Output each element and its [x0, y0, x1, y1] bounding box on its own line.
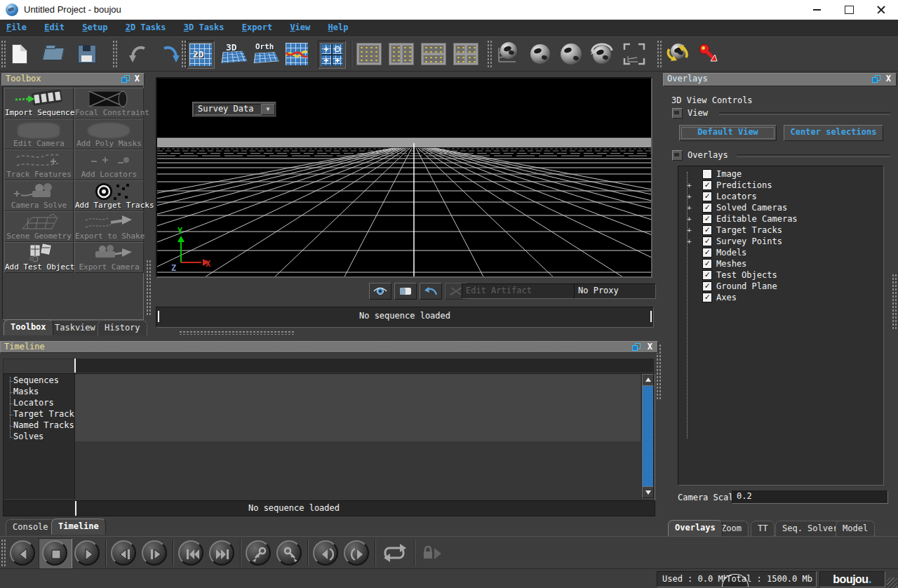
view-graph-button[interactable]: [283, 41, 310, 67]
toolbox-button-scene-geometry[interactable]: Scene Geometry: [4, 211, 74, 242]
camera-view-tool-button[interactable]: [495, 41, 521, 67]
overlay-checkbox-test-objects[interactable]: [702, 270, 712, 280]
menu-2d-tasks[interactable]: 2D Tasks: [126, 22, 166, 32]
proxy-status-field[interactable]: No Proxy: [574, 283, 656, 299]
toolbox-button-add-test-objects[interactable]: Add Test Objects: [4, 242, 74, 273]
toolbox-restore-icon[interactable]: [121, 75, 129, 82]
toolbar-group-handle[interactable]: [112, 40, 117, 68]
scroll-up-button[interactable]: [642, 374, 654, 386]
loop-button[interactable]: [382, 542, 408, 563]
timeline-tree-sequences[interactable]: Sequences: [13, 375, 59, 387]
menu-export[interactable]: Export: [242, 22, 272, 32]
toolbar-group-handle-4[interactable]: [657, 40, 662, 68]
menu-3d-tasks[interactable]: 3D Tasks: [184, 22, 224, 32]
overlay-checkbox-ground-plane[interactable]: [702, 281, 712, 291]
view-2d-button[interactable]: 2D: [187, 41, 215, 69]
tab-overlays[interactable]: Overlays: [668, 520, 723, 536]
stop-button[interactable]: [42, 540, 67, 566]
timeline-tree-solves[interactable]: Solves: [13, 432, 43, 443]
toolbox-button-import-sequence[interactable]: Import Sequence: [4, 88, 74, 119]
play-reverse-button[interactable]: [10, 540, 35, 566]
layout-two-horizontal-button[interactable]: [421, 41, 446, 67]
viewport-bottom-handle[interactable]: [179, 330, 295, 335]
view-orth-button[interactable]: Orth: [253, 41, 279, 67]
goto-start-button[interactable]: [178, 540, 203, 566]
menu-file[interactable]: File: [6, 22, 27, 32]
timeline-tree-locators[interactable]: Locators: [13, 398, 54, 409]
tab-toolbox[interactable]: Toolbox: [4, 319, 53, 335]
redo-button[interactable]: [159, 41, 184, 67]
timeline-panel-titlebar[interactable]: Timeline X: [0, 341, 658, 353]
transport-drag-handle[interactable]: [1, 539, 6, 567]
overlays-panel-titlebar[interactable]: Overlays X: [663, 73, 897, 86]
tab-seq-solver[interactable]: Seq. Solver: [775, 521, 845, 536]
scroll-down-button[interactable]: [642, 486, 654, 498]
new-project-button[interactable]: [7, 41, 32, 67]
toolbox-button-add-locators[interactable]: Add Locators: [74, 149, 144, 180]
default-view-button[interactable]: Default View: [679, 125, 777, 141]
toolbox-button-focal-constraint[interactable]: Focal Constraint: [74, 88, 144, 119]
overlay-checkbox-solved-cameras[interactable]: [702, 203, 712, 213]
undo-button[interactable]: [125, 41, 150, 67]
tab-tt[interactable]: TT: [751, 521, 775, 536]
save-project-button[interactable]: [74, 41, 100, 67]
tab-history[interactable]: History: [98, 320, 147, 335]
expander-plus-icon[interactable]: +: [687, 237, 695, 246]
maximize-button[interactable]: [833, 0, 865, 20]
overlay-checkbox-axes[interactable]: [702, 293, 712, 302]
view-3d-button[interactable]: 3D: [220, 41, 247, 67]
survey-data-dropdown[interactable]: Survey Data ▼: [192, 102, 276, 117]
dropdown-arrow-button[interactable]: ▼: [261, 104, 275, 115]
tab-model[interactable]: Model: [836, 521, 875, 536]
menu-edit[interactable]: Edit: [44, 22, 65, 32]
timeline-ruler[interactable]: [74, 359, 654, 373]
timeline-cursor[interactable]: [74, 359, 76, 373]
view-group-toggle-icon[interactable]: [672, 108, 683, 119]
left-splitter-handle[interactable]: [146, 260, 151, 316]
scrollbar-thumb[interactable]: [642, 385, 654, 488]
next-key-button[interactable]: [276, 540, 302, 566]
close-button[interactable]: [865, 0, 897, 20]
overlay-checkbox-editable-cameras[interactable]: [702, 214, 712, 224]
play-button[interactable]: [74, 540, 100, 566]
camera-rotate-tool-button[interactable]: [528, 41, 553, 67]
overlay-checkbox-survey-points[interactable]: [702, 236, 712, 246]
expander-plus-icon[interactable]: +: [687, 203, 695, 213]
step-back-button[interactable]: [111, 540, 136, 566]
overlay-checkbox-models[interactable]: [702, 248, 712, 258]
menu-setup[interactable]: Setup: [82, 22, 107, 32]
layout-quad-button[interactable]: [453, 41, 478, 67]
key-tool-button[interactable]: [696, 41, 721, 67]
timeline-tree-target-tracks[interactable]: Target Tracks: [13, 409, 79, 420]
prev-key-button[interactable]: [246, 540, 271, 566]
timeline-rows-area[interactable]: [75, 374, 641, 441]
toolbox-button-export-to-shake[interactable]: Export to Shake: [74, 211, 144, 242]
expander-plus-icon[interactable]: +: [687, 181, 695, 190]
camera-orbit-tool-button[interactable]: [589, 41, 615, 67]
overlays-close-icon[interactable]: X: [886, 74, 891, 84]
layout-single-button[interactable]: [356, 41, 382, 67]
timeline-restore-icon[interactable]: [632, 343, 640, 350]
expander-plus-icon[interactable]: +: [687, 192, 695, 201]
tab-console[interactable]: Console: [6, 519, 55, 535]
step-forward-button[interactable]: [142, 540, 167, 566]
predictions-tool-button[interactable]: [665, 41, 690, 67]
toolbar-drag-handle[interactable]: [1, 40, 6, 68]
viewport-3d[interactable]: Y X Z Survey Data ▼: [156, 77, 652, 278]
camera-pan-tool-button[interactable]: [558, 41, 584, 67]
toolbox-button-edit-camera[interactable]: Edit Camera: [4, 119, 74, 149]
overlay-checkbox-locators[interactable]: [702, 192, 712, 201]
expander-plus-icon[interactable]: +: [687, 226, 695, 235]
timeline-scrollbar[interactable]: [641, 374, 654, 499]
timeline-tree-named-tracks[interactable]: Named Tracks: [13, 420, 74, 432]
toolbar-group-handle-2[interactable]: [181, 40, 186, 68]
timeline-tree-masks[interactable]: Masks: [13, 387, 39, 398]
toolbox-button-export-camera[interactable]: Export Camera: [74, 242, 144, 273]
toolbar-group-handle-3[interactable]: [487, 40, 492, 68]
timeline-close-icon[interactable]: X: [648, 342, 652, 352]
toolbox-button-camera-solve[interactable]: Camera Solve: [4, 180, 74, 211]
toolbox-panel-titlebar[interactable]: Toolbox X: [1, 73, 145, 86]
menu-help[interactable]: Help: [328, 22, 349, 32]
overlay-checkbox-target-tracks[interactable]: [702, 225, 712, 235]
overlays-restore-icon[interactable]: [872, 75, 880, 82]
